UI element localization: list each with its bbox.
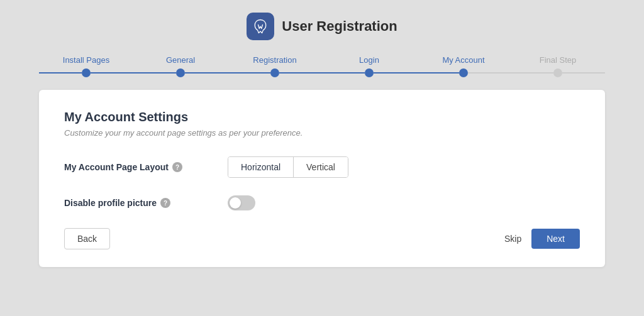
layout-vertical-button[interactable]: Vertical — [294, 157, 348, 177]
stepper-label-my-account: My Account — [416, 55, 511, 65]
stepper-label-login: Login — [322, 55, 416, 65]
step-dot-6 — [553, 68, 562, 77]
layout-label: My Account Page Layout ? — [64, 162, 228, 172]
connector-5-6 — [468, 72, 553, 74]
stepper-labels: Install Pages General Registration Login… — [39, 55, 605, 65]
connector-post-6 — [562, 72, 605, 74]
step-dot-2 — [176, 68, 185, 77]
profile-picture-row: Disable profile picture ? — [64, 195, 580, 210]
card-subtitle: Customize your my account page settings … — [64, 128, 580, 138]
stepper: Install Pages General Registration Login… — [39, 55, 605, 77]
stepper-label-final-step: Final Step — [511, 55, 605, 65]
footer-right: Skip Next — [504, 229, 580, 249]
layout-row: My Account Page Layout ? Horizontal Vert… — [64, 156, 580, 178]
step-dot-5 — [459, 68, 468, 77]
step-dot-3 — [270, 68, 279, 77]
layout-help-icon[interactable]: ? — [172, 162, 182, 172]
app-title: User Registration — [282, 18, 397, 35]
connector-3-4 — [279, 72, 365, 74]
stepper-label-registration: Registration — [228, 55, 322, 65]
profile-label: Disable profile picture ? — [64, 198, 228, 208]
layout-button-group: Horizontal Vertical — [228, 156, 348, 178]
app-header: User Registration — [247, 13, 397, 40]
card-footer: Back Skip Next — [64, 228, 580, 249]
connector-4-5 — [374, 72, 459, 74]
back-button[interactable]: Back — [64, 228, 110, 249]
profile-picture-toggle[interactable] — [228, 195, 255, 210]
card-title: My Account Settings — [64, 110, 580, 124]
stepper-label-install-pages: Install Pages — [39, 55, 133, 65]
step-dot-4 — [365, 68, 374, 77]
stepper-dots-row — [39, 68, 605, 77]
connector-2-3 — [185, 72, 270, 74]
skip-button[interactable]: Skip — [504, 234, 521, 244]
stepper-label-general: General — [133, 55, 228, 65]
settings-card: My Account Settings Customize your my ac… — [39, 90, 605, 267]
step-dot-1 — [82, 68, 91, 77]
connector-pre-1 — [39, 72, 82, 74]
profile-help-icon[interactable]: ? — [160, 198, 170, 208]
next-button[interactable]: Next — [531, 229, 580, 249]
logo-icon — [252, 18, 269, 35]
connector-1-2 — [91, 72, 176, 74]
app-logo — [247, 13, 274, 40]
layout-horizontal-button[interactable]: Horizontal — [228, 157, 294, 177]
